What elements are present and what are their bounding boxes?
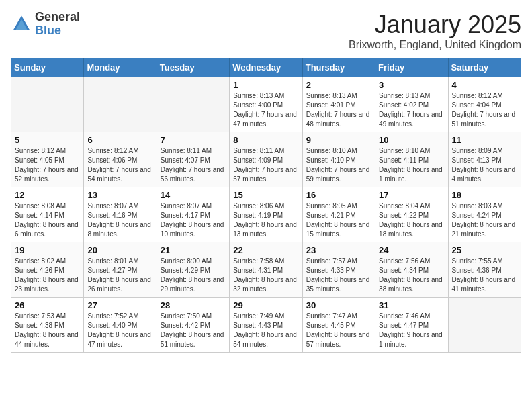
day-info: Sunrise: 8:06 AM Sunset: 4:19 PM Dayligh…	[233, 201, 298, 239]
day-info: Sunrise: 7:53 AM Sunset: 4:38 PM Dayligh…	[15, 312, 80, 349]
day-number: 19	[15, 245, 80, 255]
calendar-header: SundayMondayTuesdayWednesdayThursdayFrid…	[11, 58, 521, 77]
calendar-cell: 1Sunrise: 8:13 AM Sunset: 4:00 PM Daylig…	[230, 77, 302, 132]
calendar-cell: 17Sunrise: 8:04 AM Sunset: 4:22 PM Dayli…	[375, 187, 448, 242]
day-info: Sunrise: 7:55 AM Sunset: 4:36 PM Dayligh…	[452, 257, 517, 294]
weekday-header-friday: Friday	[375, 58, 448, 77]
day-number: 15	[233, 190, 298, 200]
day-info: Sunrise: 8:13 AM Sunset: 4:01 PM Dayligh…	[306, 91, 371, 129]
day-info: Sunrise: 8:10 AM Sunset: 4:11 PM Dayligh…	[379, 146, 444, 184]
day-info: Sunrise: 7:49 AM Sunset: 4:43 PM Dayligh…	[233, 312, 298, 349]
calendar-cell: 9Sunrise: 8:10 AM Sunset: 4:10 PM Daylig…	[302, 132, 375, 187]
day-number: 17	[379, 190, 444, 200]
calendar-cell	[84, 77, 157, 132]
day-info: Sunrise: 7:47 AM Sunset: 4:45 PM Dayligh…	[306, 312, 371, 349]
weekday-header-saturday: Saturday	[448, 58, 521, 77]
calendar-body: 1Sunrise: 8:13 AM Sunset: 4:00 PM Daylig…	[11, 77, 521, 353]
day-number: 6	[87, 135, 152, 145]
day-number: 3	[379, 80, 444, 90]
day-number: 27	[87, 300, 152, 310]
day-info: Sunrise: 7:46 AM Sunset: 4:47 PM Dayligh…	[379, 312, 444, 349]
calendar-cell: 24Sunrise: 7:56 AM Sunset: 4:34 PM Dayli…	[375, 242, 448, 298]
calendar-week-row: 5Sunrise: 8:12 AM Sunset: 4:05 PM Daylig…	[11, 132, 521, 187]
day-number: 1	[233, 80, 298, 90]
day-number: 25	[452, 245, 517, 255]
calendar-cell: 2Sunrise: 8:13 AM Sunset: 4:01 PM Daylig…	[302, 77, 375, 132]
logo-general: General	[35, 11, 80, 24]
calendar-cell: 20Sunrise: 8:01 AM Sunset: 4:27 PM Dayli…	[84, 242, 157, 298]
day-number: 10	[379, 135, 444, 145]
day-number: 12	[15, 190, 80, 200]
weekday-header-row: SundayMondayTuesdayWednesdayThursdayFrid…	[11, 58, 521, 77]
day-number: 8	[233, 135, 298, 145]
day-info: Sunrise: 8:13 AM Sunset: 4:00 PM Dayligh…	[233, 91, 298, 129]
title-month: January 2025	[349, 11, 521, 39]
day-number: 18	[452, 190, 517, 200]
weekday-header-wednesday: Wednesday	[230, 58, 302, 77]
day-number: 28	[161, 300, 226, 310]
calendar-week-row: 26Sunrise: 7:53 AM Sunset: 4:38 PM Dayli…	[11, 298, 521, 353]
logo: General Blue	[11, 11, 80, 38]
day-info: Sunrise: 8:11 AM Sunset: 4:09 PM Dayligh…	[233, 146, 298, 184]
day-number: 16	[306, 190, 371, 200]
day-info: Sunrise: 8:02 AM Sunset: 4:26 PM Dayligh…	[15, 257, 80, 294]
day-number: 9	[306, 135, 371, 145]
calendar-cell	[11, 77, 84, 132]
calendar-cell: 13Sunrise: 8:07 AM Sunset: 4:16 PM Dayli…	[84, 187, 157, 242]
calendar-cell: 6Sunrise: 8:12 AM Sunset: 4:06 PM Daylig…	[84, 132, 157, 187]
day-info: Sunrise: 8:12 AM Sunset: 4:05 PM Dayligh…	[15, 146, 80, 184]
day-info: Sunrise: 8:05 AM Sunset: 4:21 PM Dayligh…	[306, 201, 371, 239]
day-info: Sunrise: 8:00 AM Sunset: 4:29 PM Dayligh…	[161, 257, 226, 294]
calendar-cell: 15Sunrise: 8:06 AM Sunset: 4:19 PM Dayli…	[230, 187, 302, 242]
day-number: 5	[15, 135, 80, 145]
title-location: Brixworth, England, United Kingdom	[349, 39, 521, 51]
day-info: Sunrise: 8:12 AM Sunset: 4:06 PM Dayligh…	[87, 146, 152, 184]
calendar-cell: 4Sunrise: 8:12 AM Sunset: 4:04 PM Daylig…	[448, 77, 521, 132]
calendar-cell: 25Sunrise: 7:55 AM Sunset: 4:36 PM Dayli…	[448, 242, 521, 298]
calendar-cell: 7Sunrise: 8:11 AM Sunset: 4:07 PM Daylig…	[157, 132, 229, 187]
calendar-cell: 31Sunrise: 7:46 AM Sunset: 4:47 PM Dayli…	[375, 298, 448, 353]
day-number: 4	[452, 80, 517, 90]
title-block: January 2025 Brixworth, England, United …	[349, 11, 521, 51]
day-info: Sunrise: 7:57 AM Sunset: 4:33 PM Dayligh…	[306, 257, 371, 294]
calendar-cell	[448, 298, 521, 353]
page-header: General Blue January 2025 Brixworth, Eng…	[11, 11, 521, 51]
day-number: 21	[161, 245, 226, 255]
logo-icon	[11, 13, 32, 35]
day-number: 14	[161, 190, 226, 200]
weekday-header-thursday: Thursday	[302, 58, 375, 77]
day-info: Sunrise: 8:07 AM Sunset: 4:16 PM Dayligh…	[87, 201, 152, 239]
calendar-table: SundayMondayTuesdayWednesdayThursdayFrid…	[11, 58, 521, 353]
weekday-header-monday: Monday	[84, 58, 157, 77]
day-info: Sunrise: 7:50 AM Sunset: 4:42 PM Dayligh…	[161, 312, 226, 349]
calendar-cell: 18Sunrise: 8:03 AM Sunset: 4:24 PM Dayli…	[448, 187, 521, 242]
calendar-cell: 10Sunrise: 8:10 AM Sunset: 4:11 PM Dayli…	[375, 132, 448, 187]
calendar-cell: 26Sunrise: 7:53 AM Sunset: 4:38 PM Dayli…	[11, 298, 84, 353]
calendar-week-row: 19Sunrise: 8:02 AM Sunset: 4:26 PM Dayli…	[11, 242, 521, 298]
calendar-cell: 28Sunrise: 7:50 AM Sunset: 4:42 PM Dayli…	[157, 298, 229, 353]
day-number: 26	[15, 300, 80, 310]
day-number: 22	[233, 245, 298, 255]
day-number: 23	[306, 245, 371, 255]
calendar-week-row: 1Sunrise: 8:13 AM Sunset: 4:00 PM Daylig…	[11, 77, 521, 132]
calendar-cell: 5Sunrise: 8:12 AM Sunset: 4:05 PM Daylig…	[11, 132, 84, 187]
day-info: Sunrise: 8:10 AM Sunset: 4:10 PM Dayligh…	[306, 146, 371, 184]
day-info: Sunrise: 7:52 AM Sunset: 4:40 PM Dayligh…	[87, 312, 152, 349]
calendar-cell: 22Sunrise: 7:58 AM Sunset: 4:31 PM Dayli…	[230, 242, 302, 298]
day-info: Sunrise: 8:12 AM Sunset: 4:04 PM Dayligh…	[452, 91, 517, 129]
logo-blue: Blue	[35, 24, 80, 38]
day-info: Sunrise: 7:58 AM Sunset: 4:31 PM Dayligh…	[233, 257, 298, 294]
day-info: Sunrise: 8:01 AM Sunset: 4:27 PM Dayligh…	[87, 257, 152, 294]
calendar-cell: 30Sunrise: 7:47 AM Sunset: 4:45 PM Dayli…	[302, 298, 375, 353]
day-number: 7	[161, 135, 226, 145]
calendar-cell: 12Sunrise: 8:08 AM Sunset: 4:14 PM Dayli…	[11, 187, 84, 242]
day-number: 20	[87, 245, 152, 255]
day-number: 13	[87, 190, 152, 200]
calendar-cell: 11Sunrise: 8:09 AM Sunset: 4:13 PM Dayli…	[448, 132, 521, 187]
day-number: 2	[306, 80, 371, 90]
day-info: Sunrise: 8:09 AM Sunset: 4:13 PM Dayligh…	[452, 146, 517, 184]
calendar-cell: 8Sunrise: 8:11 AM Sunset: 4:09 PM Daylig…	[230, 132, 302, 187]
day-info: Sunrise: 7:56 AM Sunset: 4:34 PM Dayligh…	[379, 257, 444, 294]
day-info: Sunrise: 8:07 AM Sunset: 4:17 PM Dayligh…	[161, 201, 226, 239]
weekday-header-tuesday: Tuesday	[157, 58, 229, 77]
